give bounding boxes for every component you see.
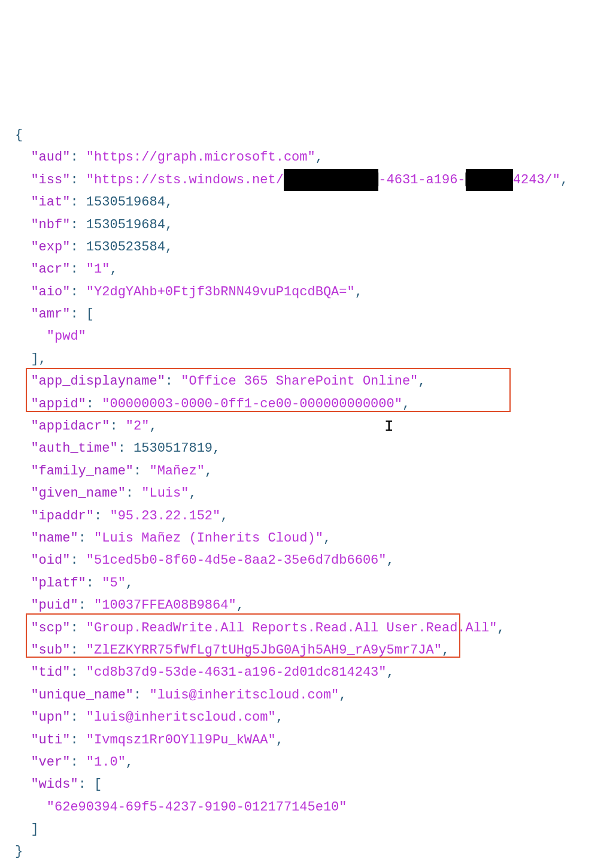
value-aio: "Y2dgYAhb+0Ftjf3bRNN49vuP1qcdBQA=": [86, 285, 355, 300]
key-tid: "tid": [31, 665, 70, 680]
key-uti: "uti": [31, 733, 70, 748]
value-aud: "https://graph.microsoft.com": [86, 150, 315, 165]
json-token-display: { "aud": "https://graph.microsoft.com", …: [15, 102, 598, 868]
open-brace: {: [15, 128, 23, 143]
key-iat: "iat": [31, 195, 70, 210]
key-amr: "amr": [31, 307, 70, 322]
value-acr: "1": [86, 262, 110, 277]
value-exp: 1530523584: [86, 240, 165, 255]
value-amr-item: "pwd": [47, 329, 86, 344]
close-brace: }: [15, 844, 23, 859]
value-ver: "1.0": [86, 755, 126, 770]
value-appid: "00000003-0000-0ff1-ce00-000000000000": [102, 397, 402, 412]
value-iss-mid2: 4243/": [513, 173, 560, 187]
key-sub: "sub": [31, 643, 70, 658]
key-ipaddr: "ipaddr": [31, 509, 94, 524]
value-nbf: 1530519684: [86, 217, 165, 232]
key-appidacr: "appidacr": [31, 419, 110, 434]
key-platf: "platf": [31, 576, 86, 591]
redacted-1: ████████████: [284, 169, 378, 191]
value-family-name: "Mañez": [149, 464, 204, 479]
value-platf: "5": [102, 576, 126, 591]
value-auth-time: 1530517819: [133, 441, 213, 456]
key-given-name: "given_name": [31, 486, 125, 501]
key-appid: "appid": [31, 397, 86, 412]
value-iss-pre: "https://sts.windows.net/: [86, 173, 284, 187]
key-family-name: "family_name": [31, 464, 133, 479]
text-cursor-icon: I: [384, 413, 394, 440]
value-appidacr: "2": [126, 419, 150, 434]
key-nbf: "nbf": [31, 217, 70, 232]
value-wids-item: "62e90394-69f5-4237-9190-012177145e10": [47, 800, 347, 815]
key-iss: "iss": [31, 173, 70, 187]
key-unique-name: "unique_name": [31, 688, 133, 703]
key-aud: "aud": [31, 150, 70, 165]
value-given-name: "Luis": [141, 486, 189, 501]
value-uti: "Ivmqsz1Rr0OYll9Pu_kWAA": [86, 733, 276, 748]
value-iat: 1530519684: [86, 195, 165, 210]
key-scp: "scp": [31, 621, 70, 636]
key-upn: "upn": [31, 710, 70, 725]
value-app-displayname: "Office 365 SharePoint Online": [181, 374, 418, 389]
key-auth-time: "auth_time": [31, 441, 117, 456]
key-puid: "puid": [31, 598, 78, 613]
key-app-displayname: "app_displayname": [31, 374, 165, 389]
value-ipaddr: "95.23.22.152": [110, 509, 220, 524]
redacted-2: ██████: [466, 169, 513, 191]
key-name: "name": [31, 531, 78, 546]
key-acr: "acr": [31, 262, 70, 277]
value-name: "Luis Mañez (Inherits Cloud)": [94, 531, 323, 546]
key-wids: "wids": [31, 777, 78, 792]
key-aio: "aio": [31, 285, 70, 300]
value-puid: "10037FFEA08B9864": [94, 598, 236, 613]
value-scp: "Group.ReadWrite.All Reports.Read.All Us…: [86, 621, 497, 636]
value-iss-mid1: -4631-a196-: [378, 173, 465, 187]
key-ver: "ver": [31, 755, 70, 770]
value-sub: "ZlEZKYRR75fWfLg7tUHg5JbG0Ajh5AH9_rA9y5m…: [86, 643, 442, 658]
value-unique-name: "luis@inheritscloud.com": [149, 688, 339, 703]
key-oid: "oid": [31, 553, 70, 568]
value-oid: "51ced5b0-8f60-4d5e-8aa2-35e6d7db6606": [86, 553, 387, 568]
key-exp: "exp": [31, 240, 70, 255]
value-tid: "cd8b37d9-53de-4631-a196-2d01dc814243": [86, 665, 387, 680]
value-upn: "luis@inheritscloud.com": [86, 710, 276, 725]
